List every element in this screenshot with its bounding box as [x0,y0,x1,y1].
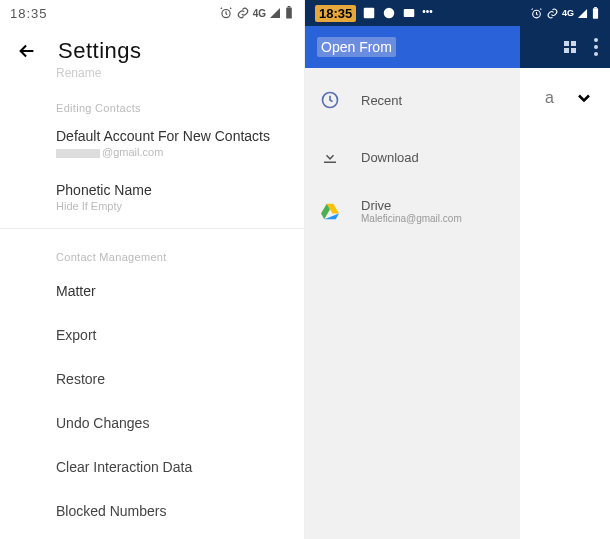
picker-download[interactable]: Download [305,132,520,182]
section-contact-mgmt: Contact Management [0,237,304,269]
svg-rect-11 [593,8,598,18]
row-default-account[interactable]: Default Account For New Contacts @gmail.… [0,120,304,166]
status-icons: 4G [219,6,294,20]
status-left-group: 18:35 ••• [315,5,436,22]
status-time: 18:35 [10,6,48,21]
network-text: 4G [253,8,266,19]
picker-drive[interactable]: Drive Maleficina@gmail.com [305,182,520,240]
mgmt-export[interactable]: Export [0,313,304,357]
status-time: 18:35 [315,5,356,22]
network-text: 4G [562,8,574,18]
svg-rect-12 [594,7,597,8]
status-bar-left: 18:35 4G [0,0,304,26]
chevron-row: a [520,68,610,128]
link-icon [236,6,250,20]
email-suffix: @gmail.com [102,146,163,158]
notification-icons: ••• [362,6,436,20]
picker-recent[interactable]: Recent [305,68,520,132]
download-icon [319,148,341,166]
phone-left: 18:35 4G Settings Rename Editing Contact… [0,0,305,539]
mgmt-matter[interactable]: Matter [0,269,304,313]
header-subtitle: Rename [0,66,304,80]
more-notif-icon: ••• [422,6,436,20]
svg-point-4 [384,8,395,19]
phone-right: 18:35 ••• Open From Recent Download [305,0,610,539]
censored-email-icon [56,149,100,158]
default-account-sub: @gmail.com [56,146,288,158]
mgmt-blocked[interactable]: Blocked Numbers [0,489,304,533]
side-letter: a [545,89,554,107]
default-account-title: Default Account For New Contacts [56,128,288,144]
chevron-down-icon[interactable] [574,88,594,108]
back-arrow-icon[interactable] [16,40,38,62]
mgmt-restore[interactable]: Restore [0,357,304,401]
mgmt-clear[interactable]: Clear Interaction Data [0,445,304,489]
right-side-strip: 4G a [520,0,610,539]
page-title: Settings [58,38,142,64]
side-appbar [520,26,610,68]
link-icon [546,7,559,20]
signal-icon [269,7,281,19]
recent-label: Recent [361,93,402,108]
svg-rect-1 [286,7,292,18]
row-phonetic-name[interactable]: Phonetic Name Hide If Empty [0,166,304,220]
section-editing-contacts: Editing Contacts [0,80,304,120]
mgmt-undo[interactable]: Undo Changes [0,401,304,445]
status-bar-right-phone: 18:35 ••• [305,0,520,26]
svg-rect-3 [364,8,375,19]
phonetic-name-title: Phonetic Name [56,182,288,198]
drive-icon [319,202,341,220]
battery-icon [591,7,600,20]
more-menu-icon[interactable] [594,38,598,56]
status-bar-side: 4G [520,0,610,26]
drive-sub: Maleficina@gmail.com [361,213,462,224]
grid-view-icon[interactable] [564,41,576,53]
whatsapp-icon [382,6,396,20]
settings-header: Settings [0,26,304,68]
open-from-title: Open From [317,37,396,57]
file-picker-panel: 18:35 ••• Open From Recent Download [305,0,520,539]
mail-icon [402,6,416,20]
drive-text: Drive Maleficina@gmail.com [361,198,462,224]
battery-icon [284,6,294,20]
open-from-appbar: Open From [305,26,520,68]
divider [0,228,304,229]
recent-icon [319,90,341,110]
signal-icon [577,8,588,19]
phonetic-name-sub: Hide If Empty [56,200,288,212]
alarm-icon [530,7,543,20]
drive-label: Drive [361,198,462,213]
gallery-icon [362,6,376,20]
svg-rect-2 [288,6,291,7]
download-label: Download [361,150,419,165]
status-side-icons: 4G [530,7,600,20]
alarm-icon [219,6,233,20]
svg-rect-5 [404,9,415,17]
